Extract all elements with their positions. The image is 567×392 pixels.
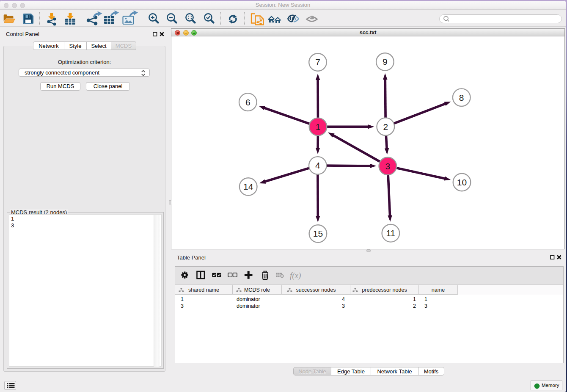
svg-text:6: 6 xyxy=(245,97,250,107)
svg-text:9: 9 xyxy=(383,57,388,66)
svg-text:1: 1 xyxy=(316,122,321,132)
svg-text:4: 4 xyxy=(315,160,320,170)
svg-text:7: 7 xyxy=(315,57,320,67)
svg-text:15: 15 xyxy=(313,229,323,238)
svg-text:2: 2 xyxy=(383,122,388,132)
svg-text:10: 10 xyxy=(457,177,467,187)
svg-text:14: 14 xyxy=(243,182,253,191)
svg-text:8: 8 xyxy=(459,93,464,102)
svg-text:f(x): f(x) xyxy=(290,271,301,280)
svg-text:3: 3 xyxy=(385,161,390,171)
svg-text:11: 11 xyxy=(386,228,395,238)
